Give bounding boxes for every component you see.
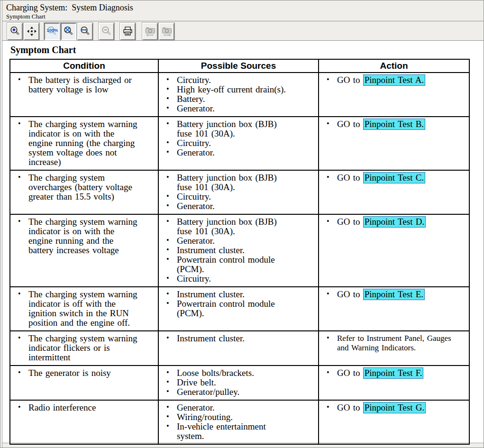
source-item: Battery junction box (BJB) fuse 101 (30A…: [159, 119, 318, 138]
action-text: GO to Pinpoint Test C.: [319, 173, 469, 183]
symptom-chart-table: Condition Possible Sources Action The ba…: [9, 59, 470, 445]
condition-text: The generator is noisy: [10, 368, 158, 378]
action-reference-text: Refer to Instrument Panel, Gauges and Wa…: [319, 334, 469, 353]
condition-cell: The generator is noisy: [10, 366, 158, 400]
action-go-prefix: GO to: [337, 119, 363, 129]
condition-text: The charging system warning indicator fl…: [10, 334, 158, 362]
table-header-row: Condition Possible Sources Action: [10, 59, 469, 73]
fit-width-icon: [80, 26, 91, 37]
camera-next-button: [159, 23, 174, 40]
action-text: GO to Pinpoint Test G.: [319, 403, 469, 412]
table-row: The charging system overcharges (battery…: [10, 170, 469, 214]
pinpoint-test-link[interactable]: Pinpoint Test G.: [363, 402, 426, 413]
zoom-in-button[interactable]: [7, 23, 23, 40]
print-button[interactable]: [120, 23, 136, 40]
action-cell: GO to Pinpoint Test C.: [319, 170, 469, 214]
action-text: GO to Pinpoint Test E.: [319, 290, 469, 299]
pinpoint-test-link[interactable]: Pinpoint Test D.: [363, 216, 426, 228]
zoom-100-button[interactable]: 100%: [44, 23, 60, 40]
action-go-prefix: GO to: [337, 402, 363, 412]
condition-cell: The charging system overcharges (battery…: [10, 170, 158, 214]
possible-sources-cell: Battery junction box (BJB) fuse 101 (30A…: [158, 117, 319, 170]
source-item: Circuitry.: [159, 75, 318, 85]
action-cell: GO to Pinpoint Test G.: [319, 400, 469, 444]
action-cell: GO to Pinpoint Test D.: [319, 214, 469, 287]
column-header-action: Action: [319, 59, 469, 73]
print-icon: [122, 26, 134, 37]
camera-prev-button: [142, 23, 158, 40]
source-item: In-vehicle entertainment system.: [159, 422, 318, 441]
condition-cell: The charging system warning indicator is…: [10, 117, 158, 170]
document-subtitle: Symptom Chart: [6, 13, 484, 20]
source-item: Circuitry.: [159, 192, 318, 201]
action-cell: GO to Pinpoint Test A.: [319, 73, 469, 117]
action-cell: Refer to Instrument Panel, Gauges and Wa…: [319, 331, 469, 366]
fit-page-button[interactable]: [61, 23, 76, 40]
action-text: GO to Pinpoint Test B.: [319, 119, 469, 129]
condition-text: The charging system warning indicator is…: [10, 217, 158, 255]
zoom-out-icon: [101, 26, 112, 37]
source-item: High key-off current drain(s).: [159, 85, 318, 94]
column-header-possible-sources: Possible Sources: [158, 59, 319, 73]
pinpoint-test-link[interactable]: Pinpoint Test C.: [363, 172, 425, 183]
source-item: Instrument cluster.: [159, 246, 318, 255]
possible-sources-cell: Circuitry.High key-off current drain(s).…: [158, 73, 319, 117]
fit-width-button[interactable]: [77, 23, 93, 40]
content-area: Symptom Chart Condition Possible Sources…: [2, 41, 484, 443]
action-go-prefix: GO to: [337, 75, 363, 85]
source-item: Powertrain control module (PCM).: [159, 299, 318, 318]
action-text: GO to Pinpoint Test D.: [319, 217, 469, 227]
fit-page-icon: [63, 26, 74, 37]
action-go-prefix: GO to: [337, 368, 363, 378]
source-item: Generator.: [159, 201, 318, 211]
pinpoint-test-link[interactable]: Pinpoint Test E.: [363, 289, 425, 300]
condition-text: The battery is discharged or battery vol…: [10, 75, 158, 94]
document-header: Charging System: System Diagnosis Sympto…: [2, 0, 484, 21]
source-item: Generator/pulley.: [159, 387, 318, 397]
source-item: Generator.: [159, 104, 318, 113]
pinpoint-test-link[interactable]: Pinpoint Test A.: [363, 74, 425, 86]
source-item: Generator.: [159, 236, 318, 246]
table-row: Radio interferenceGenerator.Wiring/routi…: [10, 400, 469, 444]
possible-sources-cell: Battery junction box (BJB) fuse 101 (30A…: [158, 214, 319, 287]
source-item: Wiring/routing.: [159, 412, 318, 422]
condition-text: The charging system warning indicator is…: [10, 290, 158, 328]
table-row: The generator is noisyLoose bolts/bracke…: [10, 366, 469, 400]
condition-cell: The battery is discharged or battery vol…: [10, 73, 158, 117]
pinpoint-test-link[interactable]: Pinpoint Test F.: [363, 367, 424, 379]
source-item: Battery junction box (BJB) fuse 101 (30A…: [159, 217, 318, 236]
zoom-in-icon: [9, 26, 21, 37]
possible-sources-cell: Loose bolts/brackets.Drive belt.Generato…: [158, 366, 319, 400]
source-item: Battery junction box (BJB) fuse 101 (30A…: [159, 173, 318, 192]
table-row: The battery is discharged or battery vol…: [10, 73, 469, 117]
condition-cell: Radio interference: [10, 400, 158, 444]
toolbar: 100%: [2, 21, 484, 41]
action-cell: GO to Pinpoint Test B.: [319, 117, 469, 170]
column-header-condition: Condition: [10, 59, 158, 73]
source-item: Generator.: [159, 403, 318, 412]
condition-cell: The charging system warning indicator is…: [10, 287, 158, 331]
action-cell: GO to Pinpoint Test F.: [319, 366, 469, 400]
possible-sources-cell: Instrument cluster.: [158, 331, 319, 366]
pan-button[interactable]: [24, 23, 39, 40]
condition-text: Radio interference: [10, 403, 158, 412]
camera-prev-icon: [145, 26, 156, 37]
source-item: Loose bolts/brackets.: [159, 368, 318, 378]
table-row: The charging system warning indicator is…: [10, 214, 469, 287]
source-item: Circuitry.: [159, 138, 318, 148]
source-item: Generator.: [159, 148, 318, 157]
condition-cell: The charging system warning indicator fl…: [10, 331, 158, 366]
source-item: Instrument cluster.: [159, 334, 318, 343]
camera-next-icon: [161, 26, 173, 37]
possible-sources-cell: Battery junction box (BJB) fuse 101 (30A…: [158, 170, 319, 214]
pan-icon: [26, 26, 37, 37]
table-row: The charging system warning indicator fl…: [10, 331, 469, 366]
viewer-window: Charging System: System Diagnosis Sympto…: [0, 0, 484, 448]
source-item: Drive belt.: [159, 378, 318, 387]
condition-text: The charging system overcharges (battery…: [10, 173, 158, 201]
pinpoint-test-link[interactable]: Pinpoint Test B.: [363, 119, 425, 130]
window-left-edge: [0, 0, 2, 448]
zoom-100-icon: 100%: [46, 26, 58, 37]
zoom-out-button: [99, 23, 114, 40]
source-item: Powertrain control module (PCM).: [159, 255, 318, 274]
